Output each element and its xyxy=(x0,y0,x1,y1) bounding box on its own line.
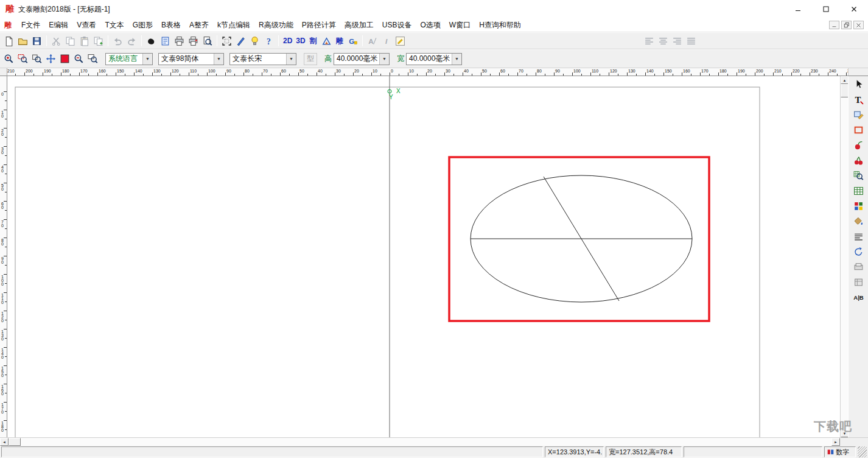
rotate-tool-button[interactable] xyxy=(851,245,866,258)
print-button[interactable] xyxy=(172,34,186,48)
menu-item-options[interactable]: O选项 xyxy=(416,19,444,32)
mdi-close-icon xyxy=(856,23,861,28)
menu-item-help[interactable]: H查询和帮助 xyxy=(475,19,525,32)
table-tool-button[interactable] xyxy=(851,184,866,197)
open-file-icon xyxy=(18,36,28,46)
select-tool-button[interactable] xyxy=(851,77,866,91)
mdi-restore-button[interactable] xyxy=(841,21,852,29)
height-select[interactable]: 40.0000毫米 ▼ xyxy=(334,53,390,65)
align-right-button xyxy=(670,34,684,48)
open-file-button[interactable] xyxy=(16,34,30,48)
mode-gcode-button[interactable]: G xyxy=(346,34,360,48)
text-tool-icon: T xyxy=(853,94,864,105)
design-canvas[interactable]: XY xyxy=(7,76,840,437)
fill-tool-button[interactable] xyxy=(851,214,866,228)
zoom-object-button[interactable] xyxy=(30,52,44,66)
menu-item-path-calc[interactable]: P路径计算 xyxy=(298,19,340,32)
zoom-out-button[interactable] xyxy=(72,52,86,66)
width-select[interactable]: 40.0000毫米 ▼ xyxy=(406,53,462,65)
input-mode-label: 数字 xyxy=(836,448,849,457)
zoom-window-button[interactable] xyxy=(16,52,30,66)
image-edit-tool-button[interactable] xyxy=(851,108,866,121)
edit-box-icon xyxy=(395,36,405,46)
new-doc-button[interactable] xyxy=(2,34,16,48)
color-palette-tool-button[interactable] xyxy=(851,199,866,213)
frame-select-button[interactable] xyxy=(220,34,234,48)
menu-item-graphics[interactable]: G图形 xyxy=(128,19,157,32)
cherry-tool-button[interactable] xyxy=(851,138,866,152)
menu-item-node-edit[interactable]: k节点编辑 xyxy=(213,19,254,32)
horizontal-scroll-thumb[interactable] xyxy=(9,438,21,446)
close-button[interactable] xyxy=(840,0,868,18)
measure-button[interactable] xyxy=(234,34,248,48)
zoom-in-button[interactable] xyxy=(2,52,16,66)
document-icon[interactable]: 雕 xyxy=(4,20,12,30)
font-style-select[interactable]: 文泰长宋 ▼ xyxy=(229,53,296,65)
align-justify-icon xyxy=(686,36,696,46)
plate-layout-icon xyxy=(160,36,170,46)
menu-item-advanced[interactable]: R高级功能 xyxy=(254,19,298,32)
mode-engrave-button[interactable]: 雕 xyxy=(334,34,346,48)
line-style-tool-button[interactable] xyxy=(851,230,866,243)
chevron-down-icon[interactable]: ▼ xyxy=(452,54,461,65)
vertical-scroll-track[interactable] xyxy=(841,97,848,429)
menu-items: F文件E编辑V查看T文本G图形B表格A整齐k节点编辑R高级功能P路径计算高级加工… xyxy=(17,19,525,32)
mode-3d-button[interactable]: 3D xyxy=(294,34,307,48)
menu-item-table[interactable]: B表格 xyxy=(157,19,185,32)
simulate-button[interactable] xyxy=(248,34,262,48)
print-setup-button[interactable] xyxy=(186,34,200,48)
minimize-button[interactable] xyxy=(784,0,812,18)
input-mode: 数字 xyxy=(824,446,856,457)
zoom-window-icon xyxy=(18,54,28,64)
menu-item-machining[interactable]: 高级加工 xyxy=(340,19,378,32)
plate-layout-button[interactable] xyxy=(158,34,172,48)
rectangle-tool-button[interactable] xyxy=(851,123,866,136)
text-tool-button[interactable]: T xyxy=(851,93,866,106)
chevron-down-icon[interactable]: ▼ xyxy=(379,54,389,65)
scroll-left-button[interactable]: ◄ xyxy=(0,438,9,446)
save-file-button[interactable] xyxy=(30,34,44,48)
print-preview-button[interactable] xyxy=(200,34,214,48)
menu-item-edit[interactable]: E编辑 xyxy=(44,19,72,32)
zoom-table-tool-button[interactable] xyxy=(851,169,866,182)
language-select[interactable]: 系统语言 ▼ xyxy=(105,53,153,65)
weld-button[interactable] xyxy=(144,34,158,48)
device-tool-button[interactable] xyxy=(851,275,866,289)
maximize-button[interactable] xyxy=(812,0,840,18)
menu-item-file[interactable]: F文件 xyxy=(17,19,44,32)
vertical-scrollbar[interactable]: ▲ ▼ xyxy=(840,76,848,437)
zoom-page-button[interactable] xyxy=(86,52,100,66)
mode-2d-button[interactable]: 2D xyxy=(281,34,294,48)
edit-box-button[interactable] xyxy=(393,34,407,48)
chevron-down-icon[interactable]: ▼ xyxy=(142,54,152,65)
new-doc-icon xyxy=(4,36,14,46)
app-icon: 雕 xyxy=(5,4,14,15)
mdi-minimize-button[interactable] xyxy=(829,21,839,29)
menu-item-text[interactable]: T文本 xyxy=(100,19,128,32)
mode-cut-button[interactable]: 割 xyxy=(307,34,320,48)
kerning-tool-button[interactable]: A|B xyxy=(851,291,866,304)
menu-item-window[interactable]: W窗口 xyxy=(445,19,475,32)
redo-button xyxy=(125,34,139,48)
horizontal-scroll-track[interactable] xyxy=(21,438,831,446)
chevron-down-icon[interactable]: ▼ xyxy=(214,54,223,65)
mode-mill-button[interactable] xyxy=(320,34,334,48)
cherries-tool-button[interactable] xyxy=(851,153,866,167)
resize-grip[interactable] xyxy=(858,446,867,457)
menu-item-usb-device[interactable]: USB设备 xyxy=(378,19,416,32)
menu-item-align[interactable]: A整齐 xyxy=(185,19,213,32)
line-style-tool-icon xyxy=(853,231,864,242)
ruler-filler xyxy=(848,68,868,76)
mdi-close-button[interactable] xyxy=(853,21,864,29)
current-color-swatch[interactable] xyxy=(58,52,72,66)
scroll-right-button[interactable]: ► xyxy=(831,438,840,446)
help-button[interactable]: ? xyxy=(262,34,276,48)
menu-item-view[interactable]: V查看 xyxy=(72,19,100,32)
mdi-controls xyxy=(829,21,868,29)
font-name-select[interactable]: 文泰98简体 ▼ xyxy=(158,53,224,65)
output-tool-button[interactable] xyxy=(851,260,866,273)
pan-button[interactable] xyxy=(44,52,58,66)
language-value: 系统语言 xyxy=(106,54,142,64)
horizontal-scrollbar[interactable]: ◄ ► xyxy=(0,437,868,446)
chevron-down-icon[interactable]: ▼ xyxy=(286,54,296,65)
